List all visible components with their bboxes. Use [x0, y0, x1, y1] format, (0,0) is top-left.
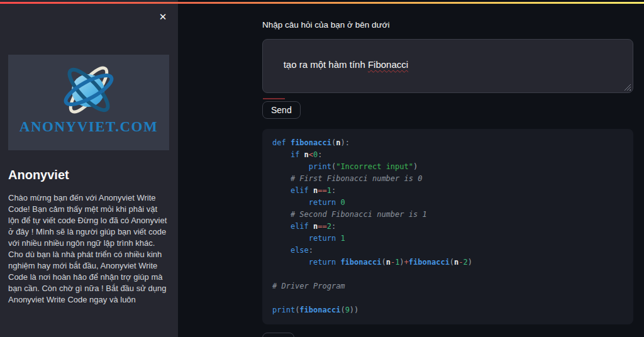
question-label-wrap: Nhập câu hỏi của bạn ở bên dưới [262, 21, 633, 31]
question-textarea[interactable]: tạo ra một hàm tính Fibonacci [262, 39, 633, 93]
close-sidebar-button[interactable]: ✕ [156, 10, 170, 24]
sidebar: ✕ ANONYVIET.COM Anonyviet Chào mừng bạn … [0, 0, 178, 337]
resize-handle-icon[interactable] [624, 84, 631, 91]
sidebar-description: Chào mừng bạn đến với Anonyviet Write Co… [8, 192, 170, 306]
decoration-bar [0, 2, 644, 4]
logo-brand-text: ANONYVIET.COM [19, 119, 158, 135]
question-text: tạo ra một hàm tính [284, 59, 368, 70]
logo-card: ANONYVIET.COM [8, 55, 169, 150]
question-text-misspelled: Fibonacci [368, 59, 408, 70]
main-content: Nhập câu hỏi của bạn ở bên dưới tạo ra m… [178, 0, 644, 337]
anonyviet-logo-icon [57, 58, 120, 121]
question-label: Nhập câu hỏi của bạn ở bên dưới [262, 21, 633, 31]
close-icon: ✕ [159, 11, 167, 23]
send-button[interactable]: Send [262, 101, 301, 119]
red-underline-artifact [263, 98, 285, 99]
code-block: def fibonacci(n): if n<0: print("Incorre… [262, 129, 633, 324]
partial-button[interactable] [262, 333, 294, 337]
sidebar-title: Anonyviet [8, 168, 170, 182]
